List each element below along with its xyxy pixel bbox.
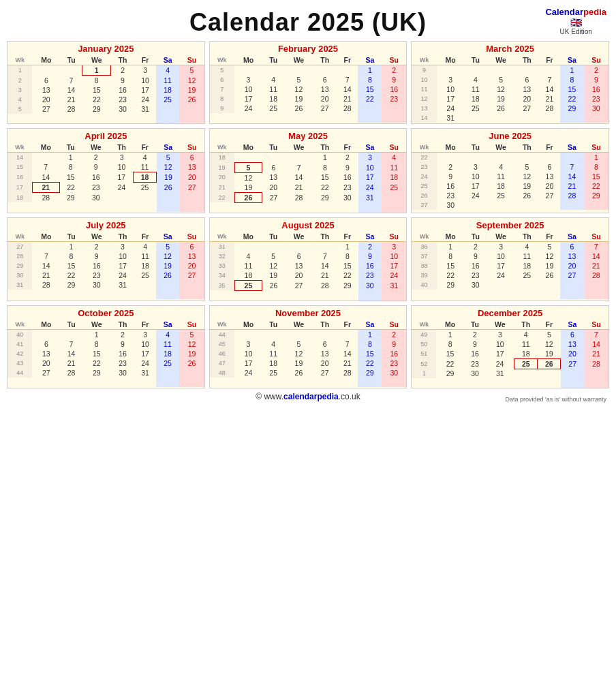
day-cell [284,65,313,76]
day-cell: 30 [358,280,382,290]
day-cell [179,280,204,290]
table-row: 103456789 [412,75,609,84]
day-cell: 18 [134,261,156,271]
empty-cell [486,378,514,388]
day-cell: 1 [584,153,609,163]
day-cell: 48 [210,368,234,378]
day-cell [514,369,538,378]
month-table: WkMoTuWeThFrSaSu491234567508910111213145… [412,320,609,388]
col-header-mo: Mo [32,320,60,330]
day-cell: 15 [358,349,382,358]
table-row: 1110111213141516 [412,84,609,94]
col-header-su: Su [382,320,406,330]
day-cell: 13 [313,84,337,94]
day-cell: 23 [358,271,382,281]
day-cell: 19 [157,172,180,183]
day-cell: 12 [539,251,561,261]
day-cell: 30 [111,104,135,114]
day-cell: 28 [584,271,609,280]
empty-cell [210,202,234,213]
day-cell: 22 [60,271,82,280]
empty-cell [514,378,538,388]
month-block: April 2025WkMoTuWeThFrSaSu14123456157891… [7,128,205,213]
day-cell: 2 [382,65,406,76]
day-cell: 31 [486,369,514,378]
day-cell: 4 [515,241,539,251]
day-cell: 12 [157,162,180,172]
table-row: 512 [210,65,407,76]
empty-cell [234,202,262,213]
day-cell: 14 [7,153,32,163]
day-cell: 3 [437,75,465,84]
day-cell [32,241,60,251]
day-cell: 6 [285,251,313,261]
col-header-tu: Tu [60,232,82,242]
table-row: 5115161718192021 [412,349,609,359]
day-cell: 30 [464,369,486,378]
footer-link[interactable]: calendarpedia [283,392,339,401]
day-cell [539,280,561,290]
col-header-th: Th [111,55,135,65]
empty-cell [437,290,465,299]
day-cell: 15 [82,349,111,358]
day-cell: 4 [465,75,487,84]
day-cell: 3 [358,153,382,163]
col-header-su: Su [179,55,204,65]
day-cell: 2 [584,65,609,76]
col-header-mo: Mo [234,320,262,330]
empty-cell [82,114,111,123]
day-cell [539,113,561,123]
day-cell: 27 [7,241,32,251]
day-cell: 3 [487,241,515,251]
month-table: WkMoTuWeThFrSaSu311233245678910331112131… [210,232,407,301]
day-cell: 5 [210,65,234,76]
day-cell: 12 [412,94,436,104]
day-cell: 7 [337,339,358,349]
day-cell [382,192,406,202]
table-row: 112345 [7,65,204,76]
day-cell: 21 [60,358,82,368]
day-cell [560,280,584,290]
day-cell: 22 [358,94,382,104]
col-header-th: Th [515,55,539,65]
day-cell: 13 [180,162,204,172]
warranty-text: Data provided 'as is' without warranty [505,396,606,403]
day-cell: 1 [560,65,584,76]
day-cell [515,65,539,76]
table-row: 4824252627282930 [210,368,407,378]
day-cell: 12 [487,84,515,94]
day-cell: 23 [111,95,135,104]
col-header-tu: Tu [262,142,285,153]
day-cell: 24 [382,271,406,281]
col-header-we: We [82,232,111,242]
day-cell [487,65,515,76]
table-row: 3525262728293031 [210,280,407,290]
day-cell: 12 [284,84,313,94]
day-cell: 25 [262,104,285,113]
empty-cell [179,114,204,123]
day-cell: 8 [210,94,234,104]
day-cell: 19 [538,349,561,359]
day-cell: 40 [7,329,32,339]
day-cell: 2 [437,162,465,172]
day-cell: 39 [412,271,436,280]
month-block: December 2025WkMoTuWeThFrSaSu49123456750… [411,305,609,389]
table-row: 2516171819202122 [412,181,609,191]
day-cell: 7 [60,76,82,86]
month-title: September 2025 [412,218,609,232]
empty-cell [7,290,32,299]
day-cell: 6 [313,75,337,84]
day-cell: 11 [134,162,157,172]
day-cell: 16 [382,84,406,94]
day-cell: 41 [7,339,32,349]
empty-cell [179,290,204,299]
day-cell: 19 [234,183,262,193]
day-cell: 30 [437,200,465,210]
empty-cell [284,378,313,387]
col-header-th: Th [313,55,337,65]
empty-cell [538,378,561,388]
day-cell: 25 [134,271,156,280]
day-cell: 17 [234,358,262,368]
day-cell: 28 [539,104,561,113]
col-header-we: We [284,55,313,65]
